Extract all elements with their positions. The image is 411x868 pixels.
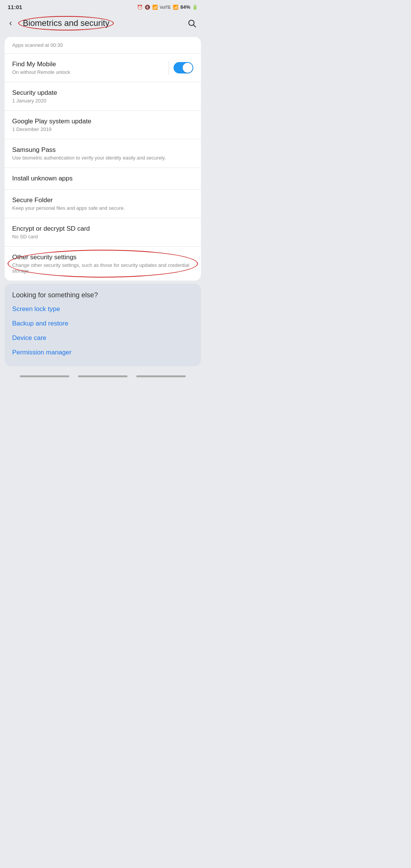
- backup-restore-link[interactable]: Backup and restore: [12, 320, 193, 327]
- install-unknown-apps-item[interactable]: Install unknown apps: [5, 168, 201, 190]
- install-unknown-apps-title: Install unknown apps: [12, 175, 193, 182]
- bottom-nav: [0, 371, 206, 383]
- svg-line-1: [194, 25, 196, 27]
- find-my-mobile-toggle[interactable]: [174, 62, 193, 73]
- samsung-pass-item[interactable]: Samsung Pass Use biometric authenticatio…: [5, 139, 201, 168]
- find-my-mobile-subtitle: On without Remote unlock: [12, 69, 70, 75]
- header-left: ‹ Biometrics and security: [3, 16, 112, 31]
- mute-icon: 🔇: [145, 5, 150, 10]
- header: ‹ Biometrics and security: [0, 13, 206, 35]
- nav-pill-2: [78, 375, 127, 377]
- secure-folder-item[interactable]: Secure Folder Keep your personal files a…: [5, 190, 201, 218]
- find-my-mobile-title: Find My Mobile: [12, 61, 70, 68]
- battery-icon: 🔋: [192, 5, 198, 10]
- signal-bars-icon: 📶: [173, 5, 178, 10]
- nav-pill-1: [20, 375, 69, 377]
- signal-icon: VolTE: [160, 5, 171, 10]
- google-play-update-subtitle: 1 December 2019: [12, 126, 193, 132]
- suggestions-heading: Looking for something else?: [12, 291, 193, 299]
- battery-percentage: 84%: [180, 4, 190, 10]
- nav-pill-3: [136, 375, 186, 377]
- back-button[interactable]: ‹: [3, 16, 18, 31]
- main-settings-card: Apps scanned at 00:30 Find My Mobile On …: [5, 37, 201, 281]
- status-icons: ⏰ 🔇 📶 VolTE 📶 84% 🔋: [137, 4, 198, 10]
- page-title: Biometrics and security: [20, 17, 112, 29]
- encrypt-sd-item[interactable]: Encrypt or decrypt SD card No SD card: [5, 218, 201, 247]
- encrypt-sd-title: Encrypt or decrypt SD card: [12, 225, 193, 233]
- find-my-mobile-text: Find My Mobile On without Remote unlock: [12, 61, 70, 75]
- wifi-icon: 📶: [152, 5, 158, 10]
- samsung-pass-title: Samsung Pass: [12, 146, 193, 154]
- security-update-item[interactable]: Security update 1 January 2020: [5, 82, 201, 111]
- other-security-item[interactable]: Other security settings Change other sec…: [5, 247, 201, 281]
- secure-folder-title: Secure Folder: [12, 196, 193, 204]
- other-security-title: Other security settings: [12, 254, 193, 261]
- status-time: 11:01: [8, 4, 22, 10]
- header-title-container: Biometrics and security: [20, 18, 112, 28]
- toggle-knob: [183, 63, 193, 73]
- secure-folder-subtitle: Keep your personal files and apps safe a…: [12, 205, 193, 211]
- security-update-subtitle: 1 January 2020: [12, 98, 193, 104]
- encrypt-sd-subtitle: No SD card: [12, 234, 193, 239]
- device-care-link[interactable]: Device care: [12, 334, 193, 342]
- find-my-mobile-item[interactable]: Find My Mobile On without Remote unlock: [5, 54, 201, 82]
- alarm-icon: ⏰: [137, 5, 143, 10]
- search-button[interactable]: [184, 16, 199, 31]
- suggestions-card: Looking for something else? Screen lock …: [5, 284, 201, 366]
- other-security-subtitle: Change other security settings, such as …: [12, 262, 193, 274]
- security-update-title: Security update: [12, 89, 193, 97]
- google-play-update-item[interactable]: Google Play system update 1 December 201…: [5, 111, 201, 139]
- permission-manager-link[interactable]: Permission manager: [12, 349, 193, 356]
- status-bar: 11:01 ⏰ 🔇 📶 VolTE 📶 84% 🔋: [0, 0, 206, 13]
- toggle-divider: [169, 61, 193, 75]
- divider-line: [169, 61, 169, 75]
- apps-scanned-label: Apps scanned at 00:30: [5, 37, 201, 54]
- screen-lock-link[interactable]: Screen lock type: [12, 305, 193, 313]
- google-play-update-title: Google Play system update: [12, 118, 193, 125]
- samsung-pass-subtitle: Use biometric authentication to verify y…: [12, 155, 193, 161]
